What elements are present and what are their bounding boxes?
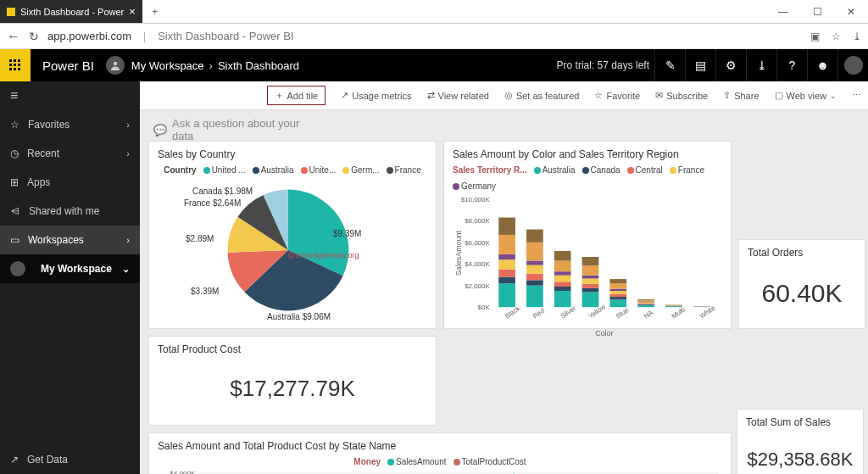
browser-tab[interactable]: Sixth Dashboard - Power × <box>0 0 142 23</box>
tile-sales-by-state[interactable]: Sales Amount and Total Product Cost by S… <box>148 432 732 474</box>
hamburger-button[interactable]: ≡ <box>0 81 140 110</box>
chevron-down-icon: ⌄ <box>830 92 837 100</box>
svg-rect-50 <box>609 297 626 299</box>
crumb-dashboard[interactable]: Sixth Dashboard <box>218 59 299 72</box>
svg-rect-36 <box>554 276 571 282</box>
star-icon: ☆ <box>10 119 19 131</box>
tile-title: Sales by Country <box>158 148 427 160</box>
address-bar: ← ↻ app.powerbi.com | Sixth Dashboard - … <box>0 24 868 49</box>
svg-rect-57 <box>637 305 654 308</box>
line-chart: $0K$2,000K$4,000KSalesAmount and T... <box>158 470 722 474</box>
workspaces-icon: ▭ <box>10 234 19 246</box>
download-icon[interactable]: ⤓ <box>853 31 861 42</box>
page-title: Sixth Dashboard - Power BI <box>158 30 293 42</box>
view-related-button[interactable]: ⇄View related <box>427 90 489 101</box>
svg-rect-46 <box>582 265 599 275</box>
reading-view-icon[interactable]: ▣ <box>810 31 820 42</box>
chevron-right-icon: › <box>126 120 130 130</box>
usage-metrics-button[interactable]: ↗Usage metrics <box>341 90 411 101</box>
notifications-icon[interactable]: ▤ <box>685 49 715 81</box>
webview-button[interactable]: ▢Web view⌄ <box>775 90 837 101</box>
kpi-title: Total Sum of Sales <box>746 416 854 428</box>
tile-total-product-cost[interactable]: Total Product Cost $17,277.79K <box>148 336 437 426</box>
svg-text:Color: Color <box>595 329 613 337</box>
favorite-star-icon[interactable]: ☆ <box>832 31 841 42</box>
svg-rect-51 <box>609 294 626 297</box>
tile-sales-by-country[interactable]: Sales by Country Country United ... Aust… <box>148 141 437 329</box>
close-tab-icon[interactable]: × <box>129 5 136 18</box>
sidebar-item-favorites[interactable]: ☆Favorites› <box>0 110 140 139</box>
dashboard-content: ＋Add tile ↗Usage metrics ⇄View related ◎… <box>140 81 868 474</box>
svg-rect-62 <box>637 300 654 302</box>
tile-total-sum-sales[interactable]: Total Sum of Sales $29,358.68K <box>737 409 864 474</box>
chat-icon: 💬 <box>153 124 167 137</box>
svg-rect-43 <box>582 284 599 288</box>
share-button[interactable]: ⇧Share <box>723 90 759 101</box>
settings-icon[interactable]: ⚙ <box>715 49 746 81</box>
sidebar-item-workspaces[interactable]: ▭Workspaces› <box>0 226 140 254</box>
svg-rect-25 <box>526 286 543 307</box>
kpi-value: $17,277.79K <box>158 360 427 417</box>
svg-text:$4,000K: $4,000K <box>465 260 490 268</box>
svg-rect-35 <box>554 282 571 287</box>
app-launcher-button[interactable] <box>0 49 31 81</box>
kpi-title: Total Orders <box>748 247 856 259</box>
svg-rect-42 <box>582 288 599 292</box>
svg-rect-30 <box>526 243 543 261</box>
close-window-button[interactable]: ✕ <box>834 0 868 23</box>
sidebar-item-myworkspace[interactable]: My Workspace⌄ <box>0 254 140 283</box>
add-tile-button[interactable]: ＋Add tile <box>267 86 326 105</box>
svg-rect-29 <box>526 260 543 265</box>
svg-text:$2,000K: $2,000K <box>465 282 490 290</box>
minimize-button[interactable]: — <box>766 0 800 23</box>
avatar-icon[interactable] <box>106 56 125 75</box>
svg-rect-26 <box>526 280 543 285</box>
trial-label: Pro trial: 57 days left <box>557 59 654 71</box>
more-button[interactable]: ⋯ <box>852 90 861 101</box>
back-button[interactable]: ← <box>7 29 20 44</box>
sidebar-item-apps[interactable]: ⊞Apps <box>0 168 140 197</box>
edit-icon[interactable]: ✎ <box>654 49 685 81</box>
svg-rect-23 <box>498 218 515 235</box>
tile-title: Sales Amount and Total Product Cost by S… <box>158 440 722 452</box>
svg-text:SalesAmount: SalesAmount <box>454 230 463 276</box>
crumb-workspace[interactable]: My Workspace <box>131 59 204 72</box>
set-featured-button[interactable]: ◎Set as featured <box>504 90 580 101</box>
feedback-icon[interactable]: ☻ <box>807 49 837 81</box>
svg-text:$4,000K: $4,000K <box>170 470 196 474</box>
url-host[interactable]: app.powerbi.com <box>47 30 131 42</box>
svg-rect-53 <box>609 289 626 292</box>
nav-sidebar: ≡ ☆Favorites› ◷Recent› ⊞Apps ⩤Shared wit… <box>0 81 140 474</box>
tile-total-orders[interactable]: Total Orders 60.40K <box>738 239 865 329</box>
kpi-value: 60.40K <box>748 264 856 323</box>
help-icon[interactable]: ? <box>776 49 807 81</box>
svg-rect-54 <box>609 283 626 288</box>
svg-rect-39 <box>554 251 571 260</box>
svg-rect-3 <box>9 64 12 66</box>
powerbi-topbar: Power BI My Workspace › Sixth Dashboard … <box>0 49 868 81</box>
profile-icon[interactable] <box>837 49 868 81</box>
maximize-button[interactable]: ☐ <box>800 0 834 23</box>
new-tab-button[interactable]: + <box>142 0 168 23</box>
download-pbi-icon[interactable]: ⤓ <box>746 49 776 81</box>
svg-rect-38 <box>554 260 571 271</box>
svg-point-9 <box>114 62 117 65</box>
tile-sales-by-color[interactable]: Sales Amount by Color and Sales Territor… <box>443 141 732 329</box>
sidebar-item-shared[interactable]: ⩤Shared with me <box>0 197 140 226</box>
sidebar-item-getdata[interactable]: ↗Get Data <box>0 445 140 474</box>
svg-rect-31 <box>526 230 543 243</box>
refresh-button[interactable]: ↻ <box>29 30 39 43</box>
chevron-down-icon: ⌄ <box>122 264 130 275</box>
svg-rect-63 <box>637 299 654 300</box>
chevron-right-icon: › <box>126 148 130 159</box>
favorite-button[interactable]: ☆Favorite <box>594 90 640 101</box>
subscribe-button[interactable]: ✉Subscribe <box>655 90 708 101</box>
stacked-bar-chart: $0K$2,000K$4,000K$6,000K$8,000K$10,000KS… <box>453 194 722 337</box>
breadcrumb: My Workspace › Sixth Dashboard <box>131 59 299 72</box>
getdata-icon: ↗ <box>10 454 19 466</box>
svg-rect-47 <box>582 257 599 265</box>
sidebar-item-recent[interactable]: ◷Recent› <box>0 139 140 168</box>
monitor-icon: ▢ <box>775 90 783 101</box>
svg-rect-0 <box>9 59 12 62</box>
svg-rect-45 <box>582 276 599 279</box>
